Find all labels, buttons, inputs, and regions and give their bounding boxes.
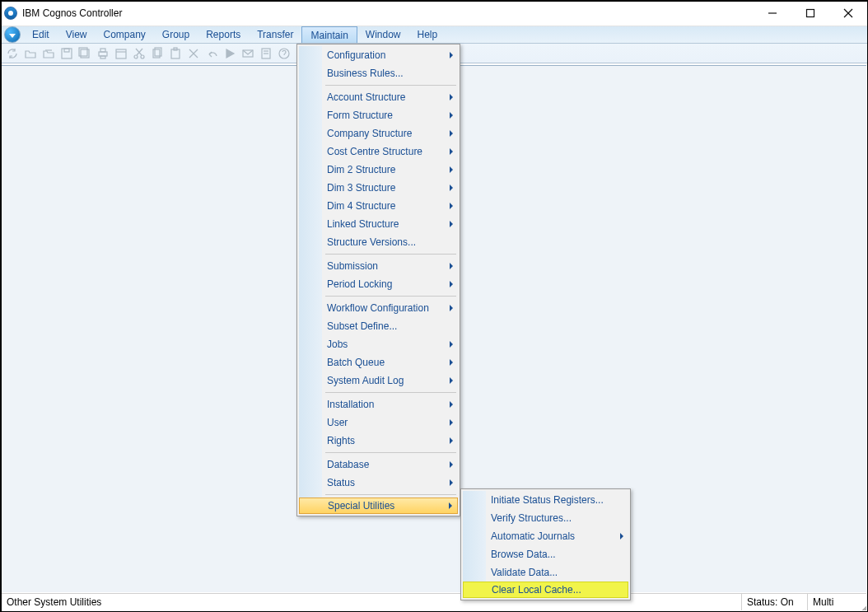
menubar: EditViewCompanyGroupReportsTransferMaint… — [1, 26, 867, 44]
maintain-item-account-structure[interactable]: Account Structure — [299, 88, 458, 106]
delete-icon[interactable] — [187, 47, 200, 60]
submenu-arrow-icon — [450, 221, 453, 227]
menu-item-window[interactable]: Window — [357, 26, 409, 43]
minimize-button[interactable] — [754, 1, 791, 26]
svg-rect-19 — [171, 49, 180, 58]
maintain-item-company-structure[interactable]: Company Structure — [299, 124, 458, 142]
note-icon[interactable] — [259, 47, 273, 60]
submenu-arrow-icon — [450, 461, 453, 468]
menu-item-company[interactable]: Company — [95, 26, 153, 43]
submenu-arrow-icon — [450, 281, 453, 287]
maintain-item-form-structure[interactable]: Form Structure — [299, 106, 458, 124]
maintain-dropdown: ConfigurationBusiness Rules...Account St… — [296, 44, 460, 516]
maintain-item-rights[interactable]: Rights — [299, 432, 458, 450]
special-utilities-item-automatic-journals[interactable]: Automatic Journals — [463, 527, 628, 545]
menu-separator — [325, 392, 456, 393]
menu-item-label: Database — [327, 459, 369, 470]
app-icon — [4, 7, 17, 20]
maintain-item-cost-centre-structure[interactable]: Cost Centre Structure — [299, 142, 458, 161]
help-icon[interactable] — [278, 47, 291, 60]
menu-item-label: Account Structure — [327, 91, 405, 103]
special-utilities-submenu: Initiate Status Registers...Verify Struc… — [460, 488, 631, 600]
maintain-item-database[interactable]: Database — [299, 455, 458, 474]
submenu-arrow-icon — [449, 502, 452, 509]
menu-item-label: Validate Data... — [491, 567, 558, 578]
maintain-item-user[interactable]: User — [299, 413, 458, 432]
svg-point-14 — [141, 55, 144, 58]
submenu-arrow-icon — [450, 94, 453, 100]
undo-icon[interactable] — [205, 47, 218, 60]
paste-icon[interactable] — [169, 47, 182, 60]
maintain-item-business-rules[interactable]: Business Rules... — [299, 64, 458, 82]
maintain-item-batch-queue[interactable]: Batch Queue — [299, 353, 458, 371]
menu-item-group[interactable]: Group — [154, 26, 198, 43]
menu-item-reports[interactable]: Reports — [198, 26, 249, 43]
menu-item-label: Batch Queue — [327, 357, 385, 368]
resize-grip-icon[interactable] — [853, 594, 866, 610]
open-icon[interactable] — [24, 47, 37, 60]
special-utilities-item-validate-data[interactable]: Validate Data... — [463, 563, 628, 582]
menu-item-help[interactable]: Help — [409, 26, 446, 43]
submenu-arrow-icon — [450, 203, 453, 209]
maintain-item-subset-define[interactable]: Subset Define... — [299, 317, 458, 335]
maintain-item-period-locking[interactable]: Period Locking — [299, 275, 458, 293]
maintain-item-installation[interactable]: Installation — [299, 395, 458, 413]
maintain-item-configuration[interactable]: Configuration — [299, 46, 458, 64]
maintain-item-dim-3-structure[interactable]: Dim 3 Structure — [299, 179, 458, 197]
menu-separator — [325, 452, 456, 453]
menu-item-label: Form Structure — [327, 110, 393, 121]
saveall-icon[interactable] — [78, 47, 91, 60]
menu-item-edit[interactable]: Edit — [24, 26, 58, 43]
menu-item-view[interactable]: View — [58, 26, 96, 43]
special-utilities-item-browse-data[interactable]: Browse Data... — [463, 545, 628, 563]
menu-separator — [325, 85, 456, 86]
maintain-item-submission[interactable]: Submission — [299, 257, 458, 275]
close-button[interactable] — [829, 1, 867, 26]
svg-point-13 — [134, 55, 138, 58]
window-buttons — [754, 1, 867, 26]
menu-item-label: Cost Centre Structure — [327, 146, 422, 157]
submenu-arrow-icon — [450, 419, 453, 426]
menu-item-label: Configuration — [327, 49, 385, 61]
maintain-item-linked-structure[interactable]: Linked Structure — [299, 215, 458, 233]
submenu-arrow-icon — [450, 148, 453, 155]
cut-icon[interactable] — [133, 47, 146, 60]
maintain-item-jobs[interactable]: Jobs — [299, 335, 458, 353]
app-menu-button[interactable] — [1, 26, 24, 43]
maintain-item-system-audit-log[interactable]: System Audit Log — [299, 371, 458, 390]
maximize-button[interactable] — [791, 1, 829, 26]
mail-icon[interactable] — [241, 47, 254, 60]
calendar-icon[interactable] — [114, 47, 128, 60]
svg-rect-9 — [100, 49, 105, 52]
special-utilities-item-initiate-status-registers[interactable]: Initiate Status Registers... — [463, 491, 628, 509]
menu-item-label: Jobs — [327, 339, 348, 350]
svg-rect-10 — [100, 56, 105, 58]
open2-icon[interactable] — [42, 47, 55, 60]
menu-item-label: Dim 2 Structure — [327, 164, 395, 175]
special-utilities-item-verify-structures[interactable]: Verify Structures... — [463, 509, 628, 527]
maintain-item-dim-4-structure[interactable]: Dim 4 Structure — [299, 197, 458, 215]
menu-item-maintain[interactable]: Maintain — [301, 26, 357, 43]
run-icon[interactable] — [223, 47, 236, 60]
maintain-item-special-utilities[interactable]: Special Utilities — [299, 498, 458, 514]
menu-item-transfer[interactable]: Transfer — [249, 26, 301, 43]
submenu-arrow-icon — [620, 533, 623, 540]
statusbar-status: Status: On — [741, 594, 807, 610]
copy-icon[interactable] — [151, 47, 164, 60]
maintain-item-status[interactable]: Status — [299, 474, 458, 492]
refresh-icon[interactable] — [6, 47, 19, 60]
submenu-arrow-icon — [450, 437, 453, 444]
statusbar-mode: Multi — [807, 594, 853, 610]
maintain-item-workflow-configuration[interactable]: Workflow Configuration — [299, 299, 458, 317]
maintain-item-structure-versions[interactable]: Structure Versions... — [299, 233, 458, 251]
special-utilities-item-clear-local-cache[interactable]: Clear Local Cache... — [463, 582, 628, 598]
submenu-arrow-icon — [450, 52, 453, 58]
maintain-item-dim-2-structure[interactable]: Dim 2 Structure — [299, 161, 458, 179]
save-icon[interactable] — [60, 47, 73, 60]
menu-item-label: Subset Define... — [327, 320, 397, 332]
menu-item-label: Rights — [327, 435, 355, 446]
svg-rect-5 — [64, 49, 69, 52]
submenu-arrow-icon — [450, 130, 453, 137]
print-icon[interactable] — [96, 47, 110, 60]
menu-separator — [325, 296, 456, 297]
